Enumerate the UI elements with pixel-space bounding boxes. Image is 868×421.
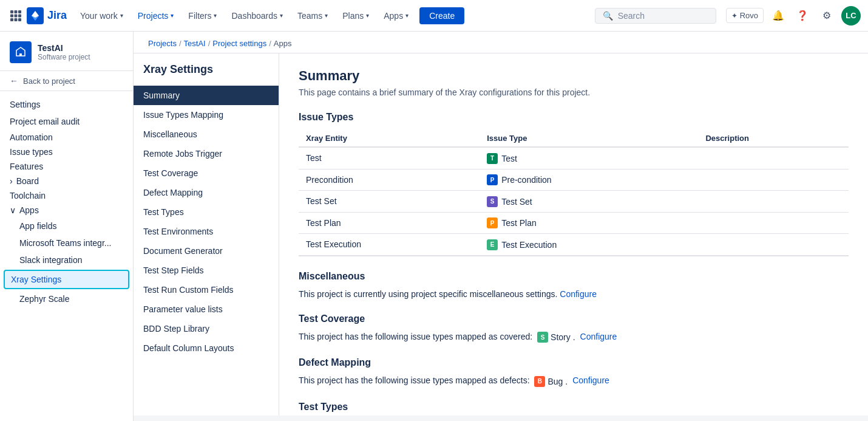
test-badge-icon: T <box>487 153 498 164</box>
testplan-badge-icon: P <box>487 217 498 228</box>
type-precondition: P Pre-condition <box>480 169 698 191</box>
xray-nav-test-coverage[interactable]: Test Coverage <box>134 163 279 183</box>
project-header: TestAI Software project <box>0 32 133 71</box>
chevron-down-icon: ▾ <box>214 12 217 19</box>
nav-right-icons: ✦ Rovo 🔔 ❓ ⚙ LC <box>726 6 861 26</box>
help-button[interactable]: ❓ <box>793 6 812 26</box>
sidebar-item-slack-integration[interactable]: Slack integration <box>0 252 133 269</box>
rovo-button[interactable]: ✦ Rovo <box>726 8 764 23</box>
breadcrumb-project-settings[interactable]: Project settings <box>212 39 266 48</box>
nav-apps[interactable]: Apps ▾ <box>378 7 415 24</box>
chevron-down-icon: ∨ <box>10 205 16 215</box>
left-sidebar: TestAI Software project ← Back to projec… <box>0 32 134 421</box>
sidebar-item-ms-teams[interactable]: Microsoft Teams integr... <box>0 234 133 252</box>
page-title: Summary <box>299 68 849 84</box>
breadcrumb-sep: / <box>208 39 211 48</box>
svg-rect-2 <box>18 10 21 13</box>
xray-nav-default-column-layouts[interactable]: Default Column Layouts <box>134 338 279 358</box>
search-bar[interactable]: 🔍 Search <box>595 8 716 24</box>
breadcrumb-projects[interactable]: Projects <box>148 39 177 48</box>
nav-teams[interactable]: Teams ▾ <box>291 7 334 24</box>
entity-test-set: Test Set <box>299 191 480 213</box>
breadcrumb: Projects / TestAI / Project settings / A… <box>134 32 868 53</box>
back-arrow-icon: ← <box>10 76 18 86</box>
nav-filters[interactable]: Filters ▾ <box>182 7 223 24</box>
sidebar-item-features[interactable]: Features <box>0 159 133 174</box>
xray-title: Xray Settings <box>134 63 279 86</box>
back-to-project-button[interactable]: ← Back to project <box>0 71 133 91</box>
miscellaneous-configure-link[interactable]: Configure <box>560 289 597 299</box>
sidebar-item-apps[interactable]: ∨ Apps <box>0 203 133 217</box>
chevron-down-icon: ▾ <box>405 12 409 19</box>
xray-nav-test-types[interactable]: Test Types <box>134 202 279 222</box>
sidebar-item-issue-types[interactable]: Issue types <box>0 145 133 159</box>
svg-rect-4 <box>15 14 18 17</box>
xray-sidebar: Xray Settings Summary Issue Types Mappin… <box>134 53 279 416</box>
sidebar-nav: Settings Project email audit Automation … <box>0 91 133 312</box>
breadcrumb-testai[interactable]: TestAI <box>184 39 206 48</box>
xray-nav-defect-mapping[interactable]: Defect Mapping <box>134 183 279 202</box>
notifications-button[interactable]: 🔔 <box>768 6 788 26</box>
inner-layout: Xray Settings Summary Issue Types Mappin… <box>134 53 868 416</box>
xray-nav-parameter-value-lists[interactable]: Parameter value lists <box>134 299 279 319</box>
settings-button[interactable]: ⚙ <box>817 6 836 26</box>
miscellaneous-text: This project is currently using project … <box>299 289 849 299</box>
main-layout: TestAI Software project ← Back to projec… <box>0 32 868 421</box>
type-test-execution: E Test Execution <box>480 234 698 256</box>
sidebar-item-xray-settings[interactable]: Xray Settings <box>4 270 129 289</box>
project-type: Software project <box>38 53 90 61</box>
chevron-down-icon: ▾ <box>280 12 283 19</box>
test-types-heading: Test Types <box>299 402 849 412</box>
xray-nav-summary[interactable]: Summary <box>134 86 279 105</box>
nav-your-work[interactable]: Your work ▾ <box>74 7 129 24</box>
table-row: Test T Test <box>299 147 849 169</box>
svg-rect-1 <box>15 10 18 13</box>
jira-logo[interactable]: Jira <box>27 7 67 24</box>
xray-nav-test-run-custom-fields[interactable]: Test Run Custom Fields <box>134 280 279 299</box>
story-badge-icon: S <box>537 332 548 343</box>
svg-rect-8 <box>18 18 21 21</box>
nav-projects[interactable]: Projects ▾ <box>132 7 180 24</box>
sidebar-item-settings[interactable]: Settings <box>0 96 133 113</box>
search-icon: 🔍 <box>603 11 613 21</box>
main-content: Summary This page contains a brief summa… <box>279 53 868 416</box>
sidebar-item-zephyr-scale[interactable]: Zephyr Scale <box>0 290 133 307</box>
nav-dashboards[interactable]: Dashboards ▾ <box>225 7 289 24</box>
col-xray-entity: Xray Entity <box>299 130 480 147</box>
sidebar-item-app-fields[interactable]: App fields <box>0 217 133 234</box>
sidebar-item-automation[interactable]: Automation <box>0 130 133 145</box>
xray-nav-miscellaneous[interactable]: Miscellaneous <box>134 125 279 144</box>
sidebar-item-project-email-audit[interactable]: Project email audit <box>0 113 133 130</box>
create-button[interactable]: Create <box>419 7 464 24</box>
sidebar-item-board[interactable]: › Board <box>0 174 133 188</box>
issue-types-heading: Issue Types <box>299 112 849 123</box>
xray-nav-document-generator[interactable]: Document Generator <box>134 241 279 261</box>
precondition-badge-icon: P <box>487 174 498 185</box>
table-row: Test Set S Test Set <box>299 191 849 213</box>
grid-icon[interactable] <box>7 7 24 24</box>
sidebar-item-toolchain[interactable]: Toolchain <box>0 188 133 203</box>
xray-nav-test-environments[interactable]: Test Environments <box>134 222 279 241</box>
svg-rect-6 <box>10 18 13 21</box>
svg-rect-7 <box>15 18 18 21</box>
chevron-down-icon: ▾ <box>171 12 174 19</box>
project-name: TestAI <box>38 43 90 53</box>
xray-nav-remote-jobs-trigger[interactable]: Remote Jobs Trigger <box>134 144 279 163</box>
svg-rect-3 <box>10 14 13 17</box>
breadcrumb-sep: / <box>179 39 181 48</box>
xray-nav-bdd-step-library[interactable]: BDD Step Library <box>134 319 279 338</box>
entity-test: Test <box>299 147 480 169</box>
xray-nav-test-step-fields[interactable]: Test Step Fields <box>134 261 279 280</box>
logo-text: Jira <box>47 9 67 22</box>
avatar[interactable]: LC <box>841 6 861 26</box>
chevron-down-icon: ▾ <box>325 12 328 19</box>
entity-test-execution: Test Execution <box>299 234 480 256</box>
table-row: Precondition P Pre-condition <box>299 169 849 191</box>
xray-nav-issue-types-mapping[interactable]: Issue Types Mapping <box>134 105 279 125</box>
issue-types-table: Xray Entity Issue Type Description Test … <box>299 130 849 256</box>
defect-mapping-configure-link[interactable]: Configure <box>572 375 609 385</box>
table-row: Test Execution E Test Execution <box>299 234 849 256</box>
bug-badge-icon: B <box>534 376 545 387</box>
nav-plans[interactable]: Plans ▾ <box>336 7 375 24</box>
test-coverage-configure-link[interactable]: Configure <box>580 332 617 341</box>
